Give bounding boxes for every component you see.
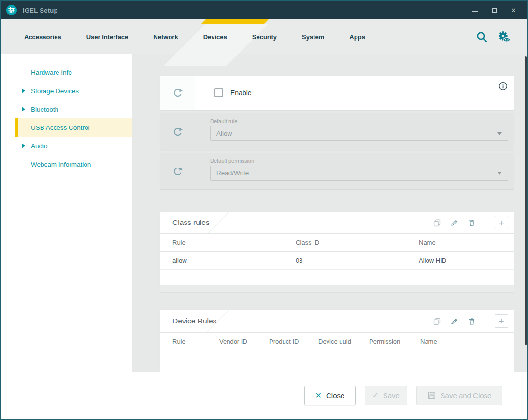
window-controls: ✕: [471, 6, 522, 14]
class-rules-title: Class rules: [172, 218, 210, 227]
reset-enable-button[interactable]: [160, 76, 195, 110]
sidebar-item-storage-devices[interactable]: Storage Devices: [1, 82, 132, 100]
igel-logo-icon: [6, 4, 17, 16]
horizontal-scrollbar[interactable]: [160, 285, 514, 292]
vertical-scrollbar[interactable]: [525, 56, 527, 345]
sidebar-item-label: Storage Devices: [31, 87, 79, 95]
reset-to-default-icon: [172, 126, 183, 137]
device-rules-add-button[interactable]: +: [495, 314, 508, 328]
toolbar-divider: [485, 216, 485, 229]
class-rules-table-row[interactable]: allow 03 Allow HID: [160, 252, 514, 270]
column-header: Rule: [172, 239, 296, 246]
minimize-button[interactable]: [471, 6, 479, 14]
reset-default-permission-button[interactable]: [160, 153, 195, 189]
sidebar-item-label: Audio: [31, 142, 48, 150]
sidebar-item-webcam-information[interactable]: Webcam Information: [1, 155, 132, 173]
device-rules-table-header: Rule Vendor ID Product ID Device uuid Pe…: [160, 332, 514, 350]
device-rules-copy-button[interactable]: [433, 317, 441, 325]
class-rules-table-header: Rule Class ID Name: [160, 233, 514, 252]
trash-icon: [468, 317, 476, 325]
sidebar-item-hardware-info[interactable]: Hardware Info: [1, 63, 132, 82]
device-rules-delete-button[interactable]: [468, 317, 476, 325]
default-rule-card: Default rule Allow: [160, 113, 514, 150]
igel-setup-window: IGEL Setup ✕ Accessories User Interface …: [0, 0, 528, 420]
sidebar-item-label: Bluetooth: [31, 106, 58, 113]
reset-to-default-icon: [172, 166, 183, 177]
cell-name: Allow HID: [419, 257, 502, 264]
column-header: Permission: [369, 338, 420, 345]
info-icon[interactable]: [499, 82, 508, 91]
content-pane: Enable Default rule Allow Defaul: [132, 54, 528, 372]
minimize-icon: [472, 11, 478, 12]
column-header: Rule: [172, 338, 219, 345]
default-permission-select[interactable]: Read/Write: [210, 166, 508, 181]
save-button-label: Save: [383, 392, 400, 400]
sidebar-item-usb-access-control[interactable]: USB Access Control: [1, 118, 132, 137]
class-rules-edit-button[interactable]: [450, 219, 458, 227]
save-button[interactable]: ✓ Save: [365, 386, 407, 405]
tab-devices[interactable]: Devices: [203, 33, 227, 41]
default-permission-card: Default permission Read/Write: [160, 153, 514, 189]
cell-class-id: 03: [296, 257, 419, 264]
maximize-icon: [492, 8, 497, 13]
column-header: Class ID: [296, 239, 419, 246]
reset-default-rule-button[interactable]: [160, 113, 195, 150]
close-button-label: Close: [326, 392, 344, 400]
default-rule-value: Allow: [216, 130, 232, 137]
close-window-button[interactable]: ✕: [510, 6, 517, 14]
default-rule-label: Default rule: [210, 118, 508, 124]
maximize-button[interactable]: [490, 6, 498, 14]
column-header: Device uuid: [318, 338, 369, 345]
expand-arrow-icon[interactable]: [22, 88, 25, 93]
sidebar-item-bluetooth[interactable]: Bluetooth: [1, 100, 132, 118]
reset-to-default-icon: [172, 87, 183, 98]
tab-security[interactable]: Security: [252, 33, 277, 41]
floppy-icon: [428, 391, 436, 400]
toolbar-divider: [485, 315, 485, 327]
cell-rule: allow: [172, 257, 296, 264]
trash-icon: [468, 219, 476, 227]
column-header: Name: [419, 239, 502, 246]
gear-eye-icon[interactable]: [498, 30, 511, 43]
tab-apps[interactable]: Apps: [349, 33, 365, 41]
class-rules-delete-button[interactable]: [468, 219, 476, 227]
enable-card: Enable: [160, 76, 514, 110]
enable-checkbox[interactable]: [214, 88, 223, 97]
column-header: Vendor ID: [219, 338, 269, 345]
tab-accessories[interactable]: Accessories: [24, 33, 61, 41]
close-button[interactable]: ✕ Close: [304, 386, 356, 405]
pencil-icon: [450, 219, 458, 227]
sidebar-item-audio[interactable]: Audio: [1, 137, 132, 155]
class-rules-toolbar: +: [433, 212, 508, 233]
tab-network[interactable]: Network: [153, 33, 178, 41]
default-permission-label: Default permission: [210, 158, 508, 164]
copy-icon: [433, 219, 441, 227]
search-icon[interactable]: [476, 31, 488, 43]
column-header: Product ID: [269, 338, 318, 345]
copy-icon: [433, 317, 441, 325]
sidebar-item-label: Webcam Information: [31, 161, 91, 168]
device-rules-card: Device Rules + Rule: [160, 310, 514, 372]
window-title: IGEL Setup: [23, 7, 58, 14]
save-and-close-button-label: Save and Close: [441, 392, 492, 400]
titlebar: IGEL Setup ✕: [1, 1, 527, 19]
expand-arrow-icon[interactable]: [22, 107, 25, 112]
sidebar: Hardware Info Storage Devices Bluetooth …: [1, 54, 132, 372]
footer-bar: ✕ Close ✓ Save Save and Close: [1, 372, 527, 419]
tab-bar: Accessories User Interface Network Devic…: [1, 19, 527, 54]
expand-arrow-icon[interactable]: [22, 143, 25, 148]
close-x-icon: ✕: [315, 391, 322, 400]
tab-strip: Accessories User Interface Network Devic…: [24, 19, 365, 54]
device-rules-edit-button[interactable]: [450, 317, 458, 325]
class-rules-add-button[interactable]: +: [495, 216, 508, 229]
save-and-close-button[interactable]: Save and Close: [416, 386, 502, 405]
tab-system[interactable]: System: [302, 33, 324, 41]
tabbar-actions: [476, 19, 511, 54]
device-rules-toolbar: +: [433, 310, 508, 332]
tab-user-interface[interactable]: User Interface: [86, 33, 128, 41]
default-rule-select[interactable]: Allow: [210, 126, 508, 141]
column-header: Name: [420, 338, 502, 345]
check-icon: ✓: [372, 391, 379, 400]
class-rules-copy-button[interactable]: [433, 219, 441, 227]
sidebar-item-label: USB Access Control: [31, 124, 90, 131]
